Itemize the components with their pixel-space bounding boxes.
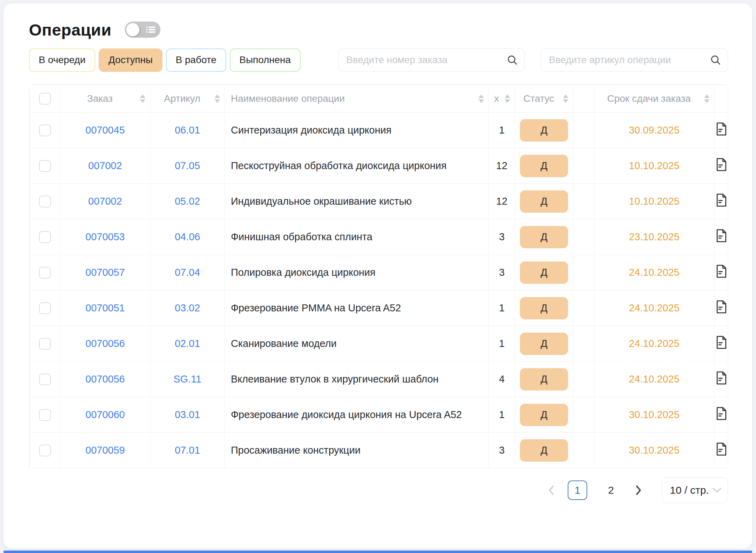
quantity-value: 1: [499, 124, 505, 136]
article-link[interactable]: 07.04: [175, 267, 200, 278]
row-checkbox[interactable]: [39, 338, 51, 350]
quantity-value: 12: [496, 160, 507, 171]
filter-in-progress-button[interactable]: В работе: [166, 48, 226, 72]
controls-row: В очереди Доступны В работе Выполнена: [29, 48, 728, 72]
quantity-value: 3: [499, 231, 505, 242]
article-link[interactable]: 07.01: [175, 445, 200, 456]
order-link[interactable]: 0070051: [85, 302, 125, 313]
row-checkbox[interactable]: [39, 124, 51, 136]
article-link[interactable]: 02.01: [175, 338, 200, 349]
status-badge: Д: [520, 368, 568, 391]
column-header-operation[interactable]: Наименование операции: [225, 85, 489, 113]
row-checkbox[interactable]: [39, 445, 51, 456]
row-checkbox[interactable]: [39, 231, 51, 243]
row-checkbox[interactable]: [39, 196, 51, 207]
spacer-cell: [573, 433, 594, 468]
due-date: 30.09.2025: [629, 124, 679, 136]
next-page-button[interactable]: [635, 485, 642, 495]
status-badge: Д: [520, 262, 568, 284]
due-date: 24.10.2025: [629, 267, 679, 278]
page-size-select[interactable]: 10 / стр.: [662, 477, 728, 503]
file-text-icon[interactable]: [716, 300, 727, 313]
article-link[interactable]: 07.05: [175, 160, 200, 171]
file-text-icon[interactable]: [716, 265, 727, 278]
order-link[interactable]: 007002: [88, 160, 122, 171]
article-link[interactable]: SG.11: [173, 373, 201, 385]
quantity-value: 3: [499, 445, 505, 456]
search-icon[interactable]: [710, 54, 721, 66]
row-checkbox[interactable]: [39, 409, 51, 421]
spacer-cell: [573, 397, 594, 433]
status-badge: Д: [520, 190, 568, 213]
table-row: 007002 05.02 Индивидуальное окрашивание …: [30, 184, 728, 219]
order-search-input[interactable]: [338, 48, 525, 72]
spacer-cell: [573, 148, 594, 184]
operation-name: Полировка диоксида циркония: [231, 267, 376, 278]
row-checkbox[interactable]: [39, 160, 51, 172]
filter-available-button[interactable]: Доступны: [99, 48, 162, 72]
file-text-icon[interactable]: [716, 371, 727, 385]
article-search: [541, 48, 728, 72]
view-mode-toggle[interactable]: [125, 22, 160, 38]
column-header-article[interactable]: Артикул: [150, 85, 225, 113]
row-checkbox[interactable]: [39, 267, 51, 279]
article-link[interactable]: 05.02: [175, 196, 200, 207]
row-checkbox[interactable]: [39, 302, 51, 314]
page-size-value: 10 / стр.: [670, 484, 709, 496]
bottom-accent-bar: [3, 551, 752, 553]
page-button-2[interactable]: 2: [601, 480, 621, 500]
column-header-status[interactable]: Статус: [515, 85, 573, 113]
quantity-value: 3: [499, 267, 505, 278]
order-link[interactable]: 0070045: [85, 124, 125, 136]
quantity-value: 1: [499, 338, 505, 349]
column-header-due-date[interactable]: Срок сдачи заказа: [594, 85, 715, 113]
article-search-input[interactable]: [541, 48, 728, 72]
operation-name: Пескоструйная обработка диоксида циркони…: [231, 160, 447, 171]
file-text-icon[interactable]: [716, 407, 727, 420]
table-row: 0070059 07.01 Просаживание конструкции 3…: [30, 433, 728, 468]
row-checkbox[interactable]: [39, 373, 51, 385]
search-icon[interactable]: [507, 54, 518, 66]
order-link[interactable]: 0070056: [85, 373, 125, 385]
order-link[interactable]: 0070053: [85, 231, 125, 242]
table-row: 0070056 02.01 Сканирование модели 1 Д 24…: [30, 326, 728, 362]
prev-page-button[interactable]: [547, 485, 555, 495]
order-link[interactable]: 0070057: [85, 267, 125, 278]
spacer-cell: [573, 184, 594, 219]
file-text-icon[interactable]: [716, 122, 727, 136]
page-title: Операции: [29, 20, 112, 39]
article-link[interactable]: 04.06: [175, 231, 200, 242]
due-date: 30.10.2025: [629, 445, 679, 456]
article-link[interactable]: 03.02: [175, 302, 200, 313]
sort-icon: [214, 94, 220, 103]
column-header-qty[interactable]: x: [489, 85, 515, 113]
filter-done-button[interactable]: Выполнена: [230, 48, 301, 72]
file-text-icon[interactable]: [716, 336, 727, 349]
order-link[interactable]: 0070060: [85, 409, 125, 420]
page-button-1[interactable]: 1: [568, 480, 587, 500]
sort-icon: [140, 94, 145, 103]
file-text-icon[interactable]: [716, 229, 727, 242]
sort-icon: [563, 94, 568, 103]
operations-card: Операции В очереди Доступны В работе Вып…: [3, 3, 752, 548]
table-row: 0070060 03.01 Фрезерование диоксида цирк…: [30, 397, 728, 433]
article-link[interactable]: 03.01: [175, 409, 200, 420]
file-text-icon[interactable]: [716, 158, 727, 171]
filter-queued-button[interactable]: В очереди: [29, 48, 95, 72]
order-link[interactable]: 0070059: [85, 445, 125, 456]
chevron-right-icon: [635, 485, 642, 495]
due-date: 24.10.2025: [629, 302, 679, 313]
file-text-icon[interactable]: [716, 194, 727, 207]
table-header-row: Заказ Артикул Наименование операции x: [30, 85, 728, 113]
spacer-cell: [573, 326, 594, 362]
due-date: 23.10.2025: [629, 231, 679, 242]
article-link[interactable]: 06.01: [175, 124, 200, 136]
column-header-order[interactable]: Заказ: [60, 85, 150, 113]
file-text-icon[interactable]: [716, 442, 727, 456]
table-body: 0070045 06.01 Синтеризация диоксида цирк…: [30, 113, 728, 468]
table-row: 007002 07.05 Пескоструйная обработка дио…: [30, 148, 728, 184]
status-badge: Д: [520, 404, 568, 426]
select-all-checkbox[interactable]: [39, 93, 51, 105]
order-link[interactable]: 007002: [88, 196, 122, 207]
order-link[interactable]: 0070056: [85, 338, 125, 349]
